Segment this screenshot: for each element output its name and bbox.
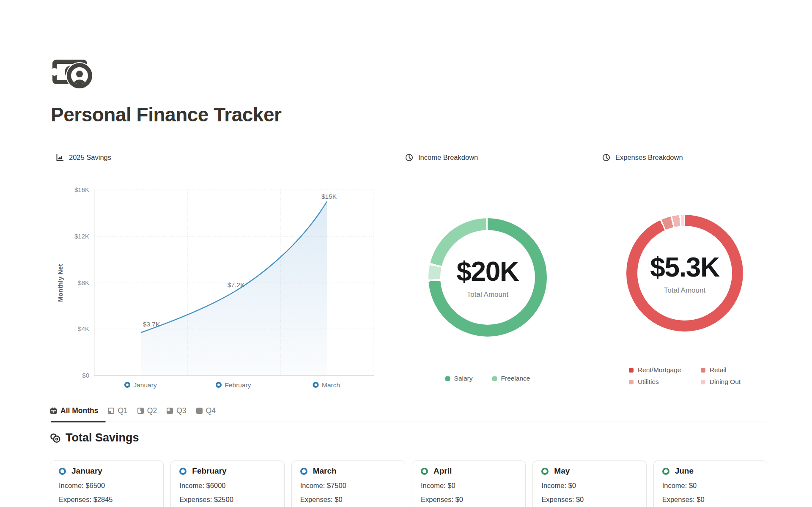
- expenses-section-header: Expenses Breakdown: [602, 152, 767, 168]
- point-label: $3.7K: [143, 321, 160, 328]
- heading-label: Total Savings: [66, 431, 139, 444]
- page-root: Personal Finance Tracker 2025 Savings: [0, 0, 812, 507]
- month-marker-dot: [314, 383, 318, 387]
- tab-label: Q2: [147, 406, 157, 415]
- income-donut-center: $20K Total Amount: [440, 230, 535, 325]
- month-dot-icon: [541, 468, 549, 475]
- legend-label: Dining Out: [710, 378, 741, 386]
- y-tick-labels: $16K $12K $8K $4K $0: [74, 186, 89, 379]
- month-card-march: March Income: $7500 Expenses: $0 Net: $7…: [291, 460, 405, 507]
- month-label: February: [225, 381, 251, 389]
- month-marker-dot: [217, 383, 221, 387]
- month-label: March: [322, 381, 340, 389]
- pie-chart-icon: [405, 153, 413, 162]
- income-legend: Salary Freelance: [405, 375, 570, 382]
- quarter-tabs-bar: All Months Q1 Q2 Q3 Q4: [50, 406, 767, 422]
- month-card-january: January Income: $6500 Expenses: $2845 Ne…: [50, 460, 164, 507]
- month-card-february: February Income: $6000 Expenses: $2500 N…: [170, 460, 284, 507]
- tab-q3[interactable]: Q3: [167, 406, 186, 415]
- expenses-donut-chart: $5.3K Total Amount: [626, 215, 743, 332]
- point-label: $7.2K: [228, 281, 245, 288]
- card-expenses: Expenses: $0: [541, 496, 637, 504]
- total-savings-heading: Total Savings: [50, 431, 139, 444]
- card-income: Income: $0: [662, 482, 758, 490]
- savings-section-header: 2025 Savings: [50, 152, 380, 168]
- expenses-total-value: $5.3K: [650, 252, 719, 283]
- card-expenses: Expenses: $2845: [59, 496, 155, 504]
- card-expenses: Expenses: $2500: [179, 496, 275, 504]
- tab-q4[interactable]: Q4: [196, 406, 216, 415]
- y-tick-label: $16K: [74, 186, 89, 193]
- y-tick-label: $0: [82, 372, 89, 379]
- dashboard-sections: 2025 Savings: [50, 152, 767, 399]
- month-label: January: [134, 381, 157, 389]
- card-income: Income: $0: [541, 482, 637, 490]
- legend-label: Retail: [710, 366, 727, 374]
- quarter-3-icon: [167, 408, 173, 414]
- month-dot-icon: [179, 468, 187, 475]
- page-title: Personal Finance Tracker: [51, 103, 281, 126]
- legend-item: Salary: [445, 375, 473, 382]
- quarter-2-icon: [137, 408, 144, 414]
- card-expenses: Expenses: $0: [300, 496, 396, 504]
- month-card-april: April Income: $0 Expenses: $0 Net: $0: [412, 460, 526, 507]
- month-dot-icon: [300, 468, 307, 475]
- quarter-1-icon: [108, 408, 114, 414]
- expenses-total-label: Total Amount: [664, 286, 705, 295]
- pie-chart-icon: [602, 153, 610, 162]
- month-marker-dot: [125, 383, 129, 387]
- x-axis-month-markers: January February March: [125, 381, 340, 389]
- section-title: Income Breakdown: [418, 153, 478, 162]
- tab-q1[interactable]: Q1: [108, 406, 127, 415]
- expenses-donut-center: $5.3K Total Amount: [637, 226, 732, 321]
- savings-area-chart: $16K $12K $8K $4K $0 Monthly Net $3.7K $…: [50, 168, 380, 399]
- calendar-icon: [50, 407, 57, 414]
- income-donut-chart: $20K Total Amount: [428, 218, 547, 337]
- legend-swatch-freelance: [492, 376, 497, 381]
- legend-item: Utilities: [629, 378, 701, 386]
- legend-swatch-utilities: [629, 380, 634, 384]
- expenses-legend: Rent/Mortgage Retail Utilities Dining Ou…: [629, 366, 741, 386]
- legend-label: Rent/Mortgage: [638, 366, 681, 374]
- tab-label: Q3: [176, 406, 186, 415]
- app-logo-icon: [52, 58, 96, 90]
- area-chart-icon: [56, 153, 64, 161]
- legend-item: Dining Out: [701, 378, 741, 386]
- tab-label: Q1: [118, 406, 127, 415]
- income-total-value: $20K: [457, 256, 519, 287]
- legend-item: Retail: [701, 366, 741, 374]
- y-tick-label: $8K: [78, 279, 89, 286]
- month-name: January: [71, 466, 102, 476]
- month-name: March: [313, 466, 337, 476]
- y-tick-label: $4K: [78, 325, 89, 332]
- card-expenses: Expenses: $0: [421, 496, 517, 504]
- legend-swatch-rent: [629, 368, 634, 373]
- card-income: Income: $7500: [300, 482, 396, 490]
- legend-item: Rent/Mortgage: [629, 366, 701, 374]
- active-tab-underline: [51, 421, 106, 423]
- card-income: Income: $6500: [59, 482, 155, 490]
- legend-item: Freelance: [492, 375, 530, 382]
- income-section-header: Income Breakdown: [405, 152, 570, 168]
- tab-label: All Months: [60, 406, 98, 415]
- y-axis-label: Monthly Net: [57, 264, 64, 302]
- legend-swatch-salary: [445, 376, 450, 381]
- section-title: Expenses Breakdown: [615, 153, 683, 162]
- card-expenses: Expenses: $0: [662, 496, 758, 504]
- section-title: 2025 Savings: [69, 153, 111, 162]
- month-name: June: [675, 466, 694, 476]
- legend-label: Salary: [454, 375, 473, 382]
- month-name: April: [433, 466, 452, 476]
- month-card-may: May Income: $0 Expenses: $0 Net: $0: [532, 460, 646, 507]
- month-dot-icon: [421, 468, 428, 475]
- legend-label: Utilities: [638, 378, 659, 386]
- savings-section: 2025 Savings: [50, 152, 380, 399]
- income-total-label: Total Amount: [467, 290, 508, 299]
- tab-all-months[interactable]: All Months: [50, 406, 98, 415]
- card-income: Income: $6000: [179, 482, 275, 490]
- y-tick-label: $12K: [74, 233, 89, 240]
- savings-area-fill: [141, 202, 327, 376]
- tab-q2[interactable]: Q2: [137, 406, 157, 415]
- month-name: February: [192, 466, 226, 476]
- month-cards: January Income: $6500 Expenses: $2845 Ne…: [50, 460, 767, 507]
